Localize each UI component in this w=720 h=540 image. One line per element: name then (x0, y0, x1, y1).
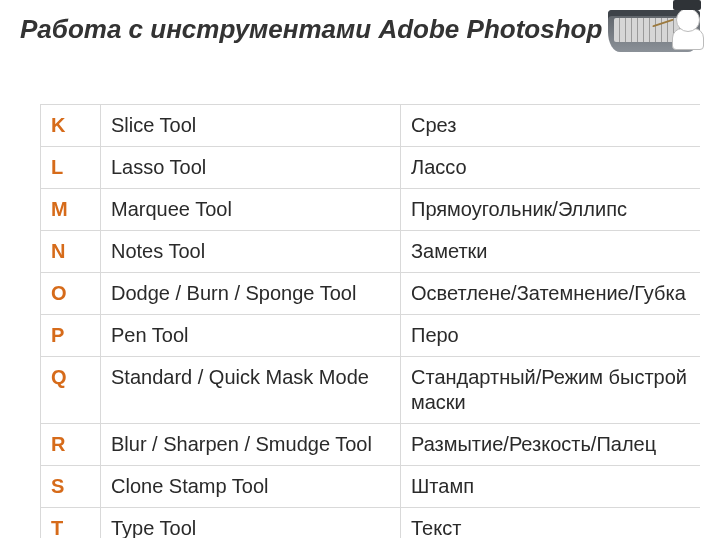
tool-name-en: Type Tool (101, 508, 401, 539)
title-russian: Работа с инструментами (20, 14, 371, 44)
table-row: T Type Tool Текст (41, 508, 701, 539)
table-row: O Dodge / Burn / Sponge Tool Осветлене/З… (41, 273, 701, 315)
tool-name-en: Notes Tool (101, 231, 401, 273)
shortcut-key: P (41, 315, 101, 357)
shortcut-key: O (41, 273, 101, 315)
title-latin: Adobe Photoshop (378, 14, 602, 44)
tool-name-ru: Стандартный/Режим быстрой маски (401, 357, 701, 424)
shortcut-key: N (41, 231, 101, 273)
shortcut-key: S (41, 466, 101, 508)
table-row: R Blur / Sharpen / Smudge Tool Размытие/… (41, 424, 701, 466)
table-row: M Marquee Tool Прямоугольник/Эллипс (41, 189, 701, 231)
tool-name-en: Pen Tool (101, 315, 401, 357)
shortcut-key: M (41, 189, 101, 231)
tool-name-en: Slice Tool (101, 105, 401, 147)
tool-name-ru: Прямоугольник/Эллипс (401, 189, 701, 231)
shortcut-key: K (41, 105, 101, 147)
tool-name-ru: Лассо (401, 147, 701, 189)
shortcut-key: R (41, 424, 101, 466)
tool-name-en: Lasso Tool (101, 147, 401, 189)
tool-name-en: Blur / Sharpen / Smudge Tool (101, 424, 401, 466)
table-row: Q Standard / Quick Mask Mode Стандартный… (41, 357, 701, 424)
tool-name-ru: Текст (401, 508, 701, 539)
tool-name-ru: Заметки (401, 231, 701, 273)
table-row: N Notes Tool Заметки (41, 231, 701, 273)
table-row: S Clone Stamp Tool Штамп (41, 466, 701, 508)
tool-name-en: Dodge / Burn / Sponge Tool (101, 273, 401, 315)
shortcut-key: T (41, 508, 101, 539)
tool-name-en: Marquee Tool (101, 189, 401, 231)
table-viewport: K Slice Tool Срез L Lasso Tool Лассо M M… (20, 52, 700, 538)
table-row: L Lasso Tool Лассо (41, 147, 701, 189)
tool-name-ru: Перо (401, 315, 701, 357)
shortcut-key: L (41, 147, 101, 189)
table-row: K Slice Tool Срез (41, 105, 701, 147)
tool-name-ru: Срез (401, 105, 701, 147)
tool-name-en: Standard / Quick Mask Mode (101, 357, 401, 424)
tool-name-en: Clone Stamp Tool (101, 466, 401, 508)
tool-name-ru: Осветлене/Затемнение/Губка (401, 273, 701, 315)
tool-name-ru: Штамп (401, 466, 701, 508)
table-row: P Pen Tool Перо (41, 315, 701, 357)
shortcut-key: Q (41, 357, 101, 424)
tool-name-ru: Размытие/Резкость/Палец (401, 424, 701, 466)
page-title: Работа с инструментами Adobe Photoshop (20, 14, 602, 45)
tools-table: K Slice Tool Срез L Lasso Tool Лассо M M… (40, 104, 700, 538)
